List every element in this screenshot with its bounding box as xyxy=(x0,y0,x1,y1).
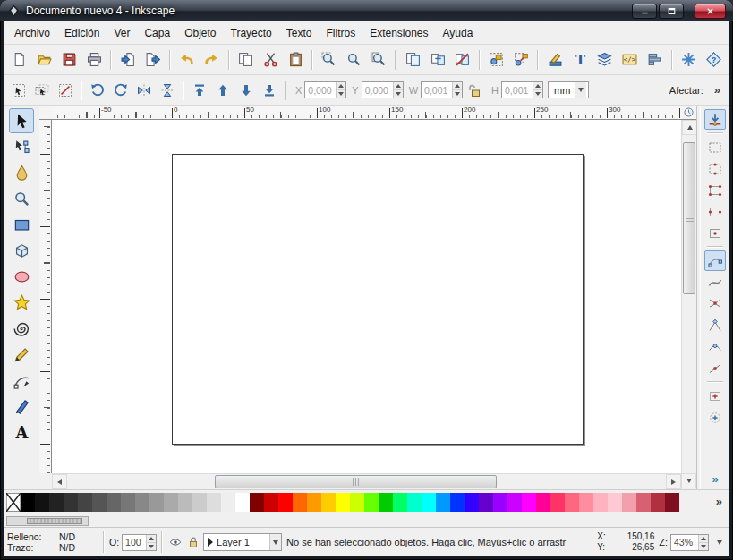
palette-none-swatch[interactable] xyxy=(6,493,21,512)
rect-tool-button[interactable] xyxy=(9,212,34,237)
menu-archivo[interactable]: Archivo xyxy=(7,24,57,42)
layer-selector[interactable]: Layer 1 xyxy=(203,533,282,551)
snap-bbox-button[interactable] xyxy=(704,137,726,157)
close-button[interactable] xyxy=(695,4,726,19)
x-field-input[interactable] xyxy=(305,82,336,98)
scroll-down-button[interactable] xyxy=(681,473,696,488)
palette-swatch[interactable] xyxy=(178,493,192,512)
palette-swatch[interactable] xyxy=(450,493,465,512)
menu-filtros[interactable]: Filtros xyxy=(319,24,362,42)
snap-bbox-midpoints-button[interactable] xyxy=(704,201,726,222)
bezier-tool-button[interactable] xyxy=(9,368,34,393)
unit-dropdown-arrow[interactable] xyxy=(575,82,586,98)
palette-swatch[interactable] xyxy=(307,493,321,512)
star-tool-button[interactable] xyxy=(9,290,34,315)
ellipse-tool-button[interactable] xyxy=(9,264,34,289)
menu-edicion[interactable]: Edición xyxy=(57,24,107,42)
zoom-spinbox-increment[interactable] xyxy=(699,535,708,543)
minimize-button[interactable] xyxy=(632,4,657,19)
palette-swatch[interactable] xyxy=(622,493,636,512)
snap-rotation-centers-button[interactable] xyxy=(704,407,726,428)
y-field-decrement[interactable] xyxy=(394,90,403,98)
y-field-input[interactable] xyxy=(362,82,393,98)
palette-swatch[interactable] xyxy=(522,493,536,512)
palette-swatch[interactable] xyxy=(393,493,407,512)
raise-top-button[interactable] xyxy=(189,80,210,101)
fill-stroke-indicator[interactable]: Relleno: N/D Trazo: N/D xyxy=(7,531,98,553)
palette-swatch[interactable] xyxy=(465,493,479,512)
text-dialog-button[interactable]: T xyxy=(568,48,592,72)
vertical-scrollbar[interactable] xyxy=(681,120,696,473)
palette-swatch[interactable] xyxy=(121,493,135,512)
palette-swatch[interactable] xyxy=(550,493,565,512)
layers-dialog-button[interactable] xyxy=(593,48,617,72)
snap-master-button[interactable] xyxy=(704,109,726,130)
palette-swatch[interactable] xyxy=(350,493,364,512)
palette-swatch[interactable] xyxy=(493,493,507,512)
lower-bottom-button[interactable] xyxy=(259,80,280,101)
fill-stroke-dialog-button[interactable] xyxy=(543,48,567,72)
menu-ver[interactable]: Ver xyxy=(107,24,137,42)
h-field-input[interactable] xyxy=(502,82,533,98)
statusbar-collapse-button[interactable] xyxy=(713,528,726,556)
lower-button[interactable] xyxy=(235,80,257,101)
about-help-button[interactable]: ? xyxy=(702,48,725,72)
menu-objeto[interactable]: Objeto xyxy=(177,24,223,42)
palette-swatch[interactable] xyxy=(321,493,336,512)
cut-button[interactable] xyxy=(259,48,282,72)
xml-editor-button[interactable]: </> xyxy=(618,48,642,72)
maximize-button[interactable] xyxy=(659,4,684,19)
palette-swatch[interactable] xyxy=(107,493,121,512)
opacity-spinbox-decrement[interactable] xyxy=(147,543,156,550)
palette-swatch[interactable] xyxy=(364,493,379,512)
preferences-button[interactable] xyxy=(678,48,701,72)
palette-swatch[interactable] xyxy=(593,493,608,512)
h-field-decrement[interactable] xyxy=(533,90,542,98)
palette-swatch[interactable] xyxy=(235,493,250,512)
snap-paths-button[interactable] xyxy=(704,272,726,293)
palette-swatch[interactable] xyxy=(422,493,436,512)
export-document-button[interactable] xyxy=(141,48,165,72)
palette-swatch[interactable] xyxy=(293,493,307,512)
palette-swatch[interactable] xyxy=(135,493,149,512)
tweak-tool-button[interactable] xyxy=(9,160,34,185)
x-field-decrement[interactable] xyxy=(337,90,345,98)
ungroup-objects-button[interactable] xyxy=(510,48,533,72)
snap-bbox-edges-button[interactable] xyxy=(704,158,726,179)
palette-swatch[interactable] xyxy=(479,493,493,512)
x-field-increment[interactable] xyxy=(337,82,345,90)
menu-capa[interactable]: Capa xyxy=(137,24,177,42)
zoom-tool-button[interactable] xyxy=(9,186,34,211)
palette-swatch[interactable] xyxy=(35,493,49,512)
palette-swatch[interactable] xyxy=(651,493,665,512)
palette-swatch[interactable] xyxy=(250,493,264,512)
palette-swatch[interactable] xyxy=(192,493,207,512)
palette-swatch[interactable] xyxy=(278,493,293,512)
snap-midpoints-button[interactable] xyxy=(704,358,726,378)
zoom-page-button[interactable] xyxy=(368,48,391,72)
y-field-increment[interactable] xyxy=(394,82,403,90)
paste-button[interactable] xyxy=(284,48,307,72)
palette-swatch[interactable] xyxy=(565,493,579,512)
import-document-button[interactable] xyxy=(116,48,140,72)
lock-ratio-button[interactable] xyxy=(464,80,485,101)
opacity-spinbox-increment[interactable] xyxy=(147,535,156,543)
palette-swatch[interactable] xyxy=(264,493,278,512)
layer-visibility-toggle[interactable] xyxy=(167,535,183,550)
vertical-scroll-track[interactable] xyxy=(682,135,696,473)
raise-button[interactable] xyxy=(212,80,234,101)
flip-horizontal-button[interactable] xyxy=(133,80,155,101)
deselect-button[interactable] xyxy=(55,80,76,101)
print-document-button[interactable] xyxy=(82,48,106,72)
duplicate-button[interactable] xyxy=(401,48,424,72)
selector-tool-button[interactable] xyxy=(9,108,34,133)
palette-swatch[interactable] xyxy=(507,493,522,512)
zoom-selection-button[interactable] xyxy=(318,48,341,72)
scroll-left-button[interactable] xyxy=(52,474,67,489)
palette-swatch[interactable] xyxy=(665,493,679,512)
open-document-button[interactable] xyxy=(33,48,56,72)
snap-intersections-button[interactable] xyxy=(704,293,726,314)
zoom-spinbox-decrement[interactable] xyxy=(699,543,708,550)
palette-swatch[interactable] xyxy=(64,493,78,512)
palette-swatch[interactable] xyxy=(92,493,107,512)
